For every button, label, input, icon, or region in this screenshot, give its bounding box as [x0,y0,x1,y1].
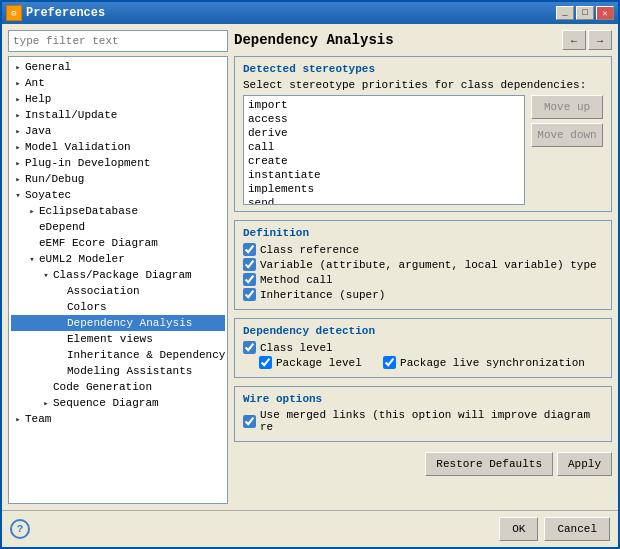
stereotype-list-item[interactable]: import [248,98,520,112]
definition-checkbox[interactable] [243,243,256,256]
minimize-button[interactable]: _ [556,6,574,20]
tree-item-label: Ant [25,77,45,89]
tree-item[interactable]: Modeling Assistants [11,363,225,379]
tree-item-label: Sequence Diagram [53,397,159,409]
definition-item-label: Inheritance (super) [260,289,385,301]
tree-item[interactable]: ▸Team [11,411,225,427]
tree-item-label: Association [67,285,140,297]
tree-item-label: Code Generation [53,381,152,393]
tree-expander-icon: ▸ [11,92,25,106]
tree-item[interactable]: ▸Install/Update [11,107,225,123]
nav-back-button[interactable]: ← [562,30,586,50]
stereotype-list-item[interactable]: call [248,140,520,154]
right-header: Dependency Analysis ← → [234,30,612,50]
tree-expander-icon: ▸ [11,108,25,122]
stereotype-list[interactable]: importaccessderivecallcreateinstantiatei… [243,95,525,205]
preferences-window: ⚙ Preferences _ □ ✕ ▸General▸Ant▸Help▸In… [0,0,620,549]
tree-item-label: Java [25,125,51,137]
tree-item-label: General [25,61,71,73]
tree-expander-icon: ▸ [11,124,25,138]
tree-item-label: Modeling Assistants [67,365,192,377]
move-down-button[interactable]: Move down [531,123,603,147]
stereotype-buttons: Move up Move down [531,95,603,205]
stereotype-list-item[interactable]: instantiate [248,168,520,182]
tree-expander-icon: ▾ [25,252,39,266]
title-bar: ⚙ Preferences _ □ ✕ [2,2,618,24]
tree-item[interactable]: Colors [11,299,225,315]
tree-item[interactable]: ▾Class/Package Diagram [11,267,225,283]
bottom-right-buttons: OK Cancel [499,517,610,541]
tree-item[interactable]: Element views [11,331,225,347]
tree-item[interactable]: ▸Run/Debug [11,171,225,187]
definition-checkbox[interactable] [243,273,256,286]
tree-item[interactable]: Association [11,283,225,299]
help-button[interactable]: ? [10,519,30,539]
nav-forward-button[interactable]: → [588,30,612,50]
tree-expander-icon [25,236,39,250]
tree-item[interactable]: ▸Model Validation [11,139,225,155]
definition-item-row: Method call [243,273,603,286]
tree-item-label: Install/Update [25,109,117,121]
stereotype-list-item[interactable]: implements [248,182,520,196]
tree-item[interactable]: ▸Sequence Diagram [11,395,225,411]
tree-expander-icon [53,300,67,314]
tree-expander-icon [39,380,53,394]
stereotype-list-item[interactable]: create [248,154,520,168]
tree-item[interactable]: ▸Help [11,91,225,107]
stereotype-list-item[interactable]: send [248,196,520,205]
tree-expander-icon: ▸ [11,140,25,154]
tree-item[interactable]: ▸General [11,59,225,75]
tree-expander-icon: ▸ [39,396,53,410]
apply-button[interactable]: Apply [557,452,612,476]
tree-item-label: Team [25,413,51,425]
definition-checkbox[interactable] [243,258,256,271]
tree-expander-icon: ▸ [11,172,25,186]
definition-checkbox[interactable] [243,288,256,301]
cancel-button[interactable]: Cancel [544,517,610,541]
close-button[interactable]: ✕ [596,6,614,20]
detected-stereotypes-title: Detected stereotypes [243,63,603,75]
maximize-button[interactable]: □ [576,6,594,20]
tree-item-label: Inheritance & Dependency [67,349,225,361]
tree-item-label: eUML2 Modeler [39,253,125,265]
package-live-sync-checkbox[interactable] [383,356,396,369]
package-level-checkbox[interactable] [259,356,272,369]
package-level-label: Package level [276,357,362,369]
tree-item[interactable]: ▾eUML2 Modeler [11,251,225,267]
tree-item[interactable]: Code Generation [11,379,225,395]
tree-item[interactable]: ▸Ant [11,75,225,91]
package-level-row: Package level Package live synchronizati… [243,356,603,369]
class-level-label: Class level [260,342,333,354]
tree-item-label: Help [25,93,51,105]
tree-item[interactable]: eEMF Ecore Diagram [11,235,225,251]
tree-expander-icon [25,220,39,234]
filter-input[interactable] [8,30,228,52]
detected-stereotypes-desc: Select stereotype priorities for class d… [243,79,603,91]
move-up-button[interactable]: Move up [531,95,603,119]
tree-container[interactable]: ▸General▸Ant▸Help▸Install/Update▸Java▸Mo… [8,56,228,504]
tree-item-label: Plug-in Development [25,157,150,169]
restore-defaults-button[interactable]: Restore Defaults [425,452,553,476]
stereotype-list-item[interactable]: derive [248,126,520,140]
window-icon: ⚙ [6,5,22,21]
definition-item-row: Inheritance (super) [243,288,603,301]
definition-section: Definition Class referenceVariable (attr… [234,220,612,310]
merged-links-checkbox[interactable] [243,415,256,428]
tree-expander-icon: ▸ [11,76,25,90]
tree-expander-icon: ▸ [25,204,39,218]
tree-item-label: eDepend [39,221,85,233]
stereotype-list-item[interactable]: access [248,112,520,126]
ok-button[interactable]: OK [499,517,538,541]
dependency-detection-section: Dependency detection Class level Package… [234,318,612,378]
tree-item[interactable]: eDepend [11,219,225,235]
wire-options-section: Wire options Use merged links (this opti… [234,386,612,442]
tree-item[interactable]: Inheritance & Dependency [11,347,225,363]
class-level-checkbox[interactable] [243,341,256,354]
tree-expander-icon: ▸ [11,412,25,426]
tree-item[interactable]: ▾Soyatec [11,187,225,203]
tree-item[interactable]: Dependency Analysis [11,315,225,331]
tree-item[interactable]: ▸EclipseDatabase [11,203,225,219]
merged-links-label: Use merged links (this option will impro… [260,409,603,433]
tree-item[interactable]: ▸Java [11,123,225,139]
tree-item[interactable]: ▸Plug-in Development [11,155,225,171]
